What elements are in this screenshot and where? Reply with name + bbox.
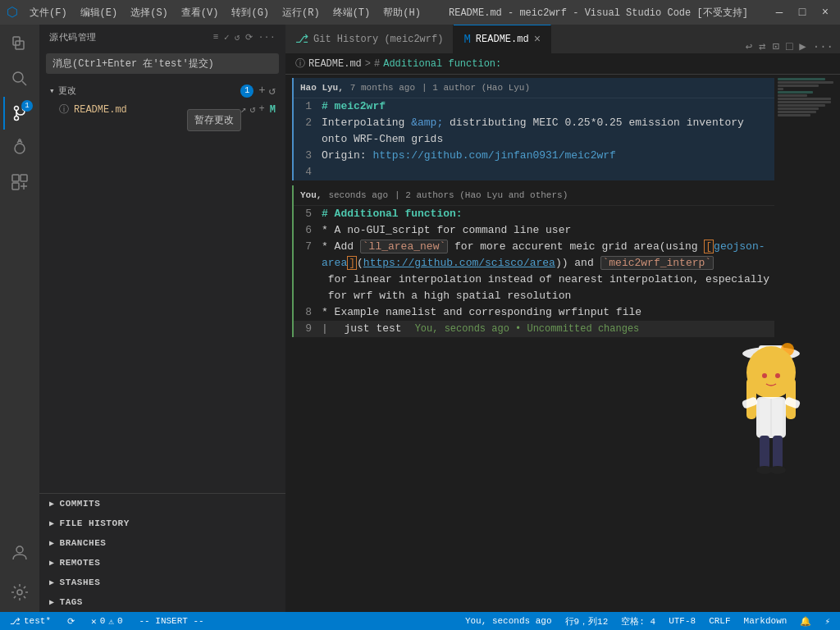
activity-debug[interactable]: [3, 131, 36, 164]
activity-source-control[interactable]: 1: [3, 97, 36, 130]
breadcrumb: ⓘ README.md > # Additional function:: [285, 53, 840, 75]
toggle-panel-icon[interactable]: □: [786, 40, 792, 53]
file-history-section[interactable]: ▶ FILE HISTORY: [39, 514, 285, 533]
activity-account[interactable]: [3, 536, 36, 569]
status-time[interactable]: You, seconds ago: [462, 615, 555, 628]
activity-extensions[interactable]: [3, 166, 36, 199]
sidebar-refresh2-icon[interactable]: ⟳: [245, 32, 253, 43]
play-icon[interactable]: ▶: [799, 39, 806, 53]
menu-terminal[interactable]: 终端(T): [328, 4, 376, 21]
sidebar-refresh-icon[interactable]: ↺: [235, 32, 240, 43]
editor-area: ⎇ Git History (meic2wrf) M README.md × ↩…: [285, 25, 840, 612]
svg-rect-11: [21, 175, 27, 181]
minimize-button[interactable]: —: [771, 6, 788, 19]
menu-goto[interactable]: 转到(G): [226, 4, 274, 21]
remotes-arrow-icon: ▶: [49, 558, 55, 568]
stage-icon[interactable]: +: [259, 103, 265, 116]
status-feedback[interactable]: 🔔: [797, 615, 815, 628]
status-sync[interactable]: ⟳: [64, 616, 78, 627]
sidebar-check-icon[interactable]: ✓: [224, 32, 230, 43]
remotes-label: REMOTES: [60, 558, 101, 568]
svg-point-31: [769, 466, 786, 474]
blame-block-2: You, seconds ago | 2 authors (Hao Lyu an…: [292, 185, 774, 337]
changes-section-header[interactable]: ▾ 更改 1 + ↺: [39, 80, 285, 101]
remotes-section[interactable]: ▶ REMOTES: [39, 553, 285, 573]
svg-point-13: [16, 546, 23, 553]
code-area[interactable]: Hao Lyu, 7 months ago | 1 author (Hao Ly…: [285, 75, 774, 612]
file-history-label: FILE HISTORY: [60, 518, 130, 528]
discard-icon[interactable]: ↺: [249, 103, 255, 116]
line-number-6: 6: [297, 222, 322, 239]
activity-bar: 1: [0, 25, 39, 612]
menu-run[interactable]: 运行(R): [277, 4, 325, 21]
minimap-line: [778, 111, 816, 113]
feedback-icon: 🔔: [800, 616, 811, 627]
status-spaces[interactable]: 空格: 4: [618, 615, 659, 628]
tab-close-icon[interactable]: ×: [534, 33, 541, 46]
status-encoding[interactable]: UTF-8: [665, 615, 699, 628]
commit-message-box[interactable]: 消息(Ctrl+Enter 在'test'提交): [46, 53, 279, 74]
file-item-wrapper: ⓘ README.md ↗ ↺ + M 暂存更改: [39, 101, 285, 118]
status-line-ending[interactable]: CRLF: [705, 615, 733, 628]
menu-file[interactable]: 文件(F): [25, 4, 72, 21]
code-line-8-text: * Example namelist and corresponding wrf…: [322, 304, 641, 321]
line-number-4: 4: [297, 164, 322, 180]
code-line-6-text: * A no-GUI_script for command line user: [322, 222, 571, 239]
code-line-3: 3 Origin: https://github.com/jinfan0931/…: [294, 148, 774, 164]
add-all-icon[interactable]: +: [258, 84, 265, 98]
go-forward-icon[interactable]: ⇄: [759, 39, 765, 53]
tab-readme[interactable]: M README.md ×: [454, 25, 551, 53]
code-line-1: 1 # meic2wrf: [294, 98, 774, 115]
discard-all-icon[interactable]: ↺: [269, 84, 276, 98]
menu-help[interactable]: 帮助(H): [378, 4, 426, 21]
more-actions-icon[interactable]: ···: [813, 40, 833, 53]
bottom-sections: ▶ COMMITS ▶ FILE HISTORY ▶ BRANCHES ▶ RE…: [39, 493, 285, 612]
code-line-9-text: just test: [331, 321, 402, 337]
status-errors[interactable]: ✕ 0 ⚠ 0: [88, 616, 126, 627]
status-insert-mode[interactable]: -- INSERT --: [135, 616, 207, 626]
file-status-badge: M: [270, 104, 276, 116]
breadcrumb-file[interactable]: README.md: [308, 58, 362, 70]
sidebar-list-view-icon[interactable]: ≡: [213, 32, 219, 43]
menu-edit[interactable]: 编辑(E): [75, 4, 123, 21]
svg-point-22: [762, 373, 767, 378]
status-remote[interactable]: ⚡: [821, 615, 833, 628]
maximize-button[interactable]: □: [794, 6, 810, 19]
line-number-1: 1: [297, 98, 322, 115]
inline-blame-comment: You, seconds ago • Uncommitted changes: [415, 321, 640, 337]
minimap-line: [778, 101, 831, 103]
menu-select[interactable]: 选择(S): [126, 4, 173, 21]
close-button[interactable]: ×: [817, 6, 833, 19]
svg-rect-28: [760, 436, 769, 468]
tab-git-history[interactable]: ⎇ Git History (meic2wrf): [285, 25, 454, 53]
code-line-5: 5 # Additional function:: [294, 206, 774, 222]
remote-icon: ⚡: [824, 616, 830, 627]
activity-explorer[interactable]: [3, 28, 36, 61]
blame-1-detail: | 1 author (Hao Lyu): [422, 80, 530, 96]
split-editor-icon[interactable]: ⊡: [773, 39, 779, 53]
open-file-icon[interactable]: ↗: [240, 103, 246, 116]
breadcrumb-sep-1: >: [365, 58, 371, 70]
status-branch[interactable]: ⎇ test*: [7, 616, 54, 627]
code-line-2: 2 Interpolating &amp; distributing MEIC …: [294, 115, 774, 148]
breadcrumb-function[interactable]: Additional function:: [383, 58, 501, 70]
commits-section[interactable]: ▶ COMMITS: [39, 494, 285, 514]
anime-decoration: [714, 333, 829, 563]
file-item-readme[interactable]: ⓘ README.md ↗ ↺ + M: [39, 101, 285, 118]
sidebar-more-icon[interactable]: ···: [258, 32, 276, 43]
tags-section[interactable]: ▶ TAGS: [39, 592, 285, 612]
minimap-line: [778, 78, 825, 80]
spaces-text: 空格: 4: [621, 615, 655, 628]
menu-view[interactable]: 查看(V): [176, 4, 224, 21]
svg-point-6: [15, 116, 19, 121]
minimap-line: [778, 91, 813, 94]
stashes-section[interactable]: ▶ STASHES: [39, 573, 285, 592]
activity-settings[interactable]: [3, 576, 36, 609]
activity-search[interactable]: [3, 62, 36, 95]
svg-point-23: [775, 373, 780, 378]
go-back-icon[interactable]: ↩: [746, 39, 752, 53]
status-language[interactable]: Markdown: [741, 615, 791, 628]
window-title: README.md - meic2wrf - Visual Studio Cod…: [426, 6, 771, 20]
branches-section[interactable]: ▶ BRANCHES: [39, 533, 285, 553]
status-line-col[interactable]: 行9，列12: [562, 615, 612, 628]
